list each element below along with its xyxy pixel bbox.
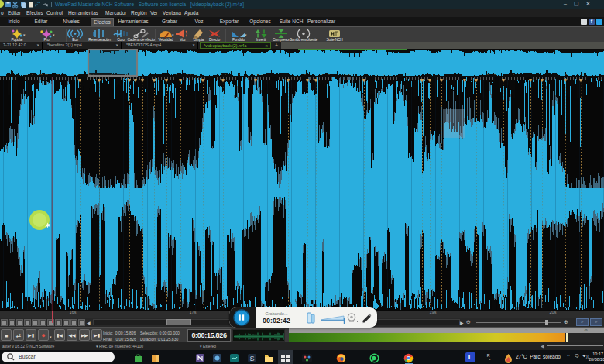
svg-text:S: S: [250, 355, 255, 362]
